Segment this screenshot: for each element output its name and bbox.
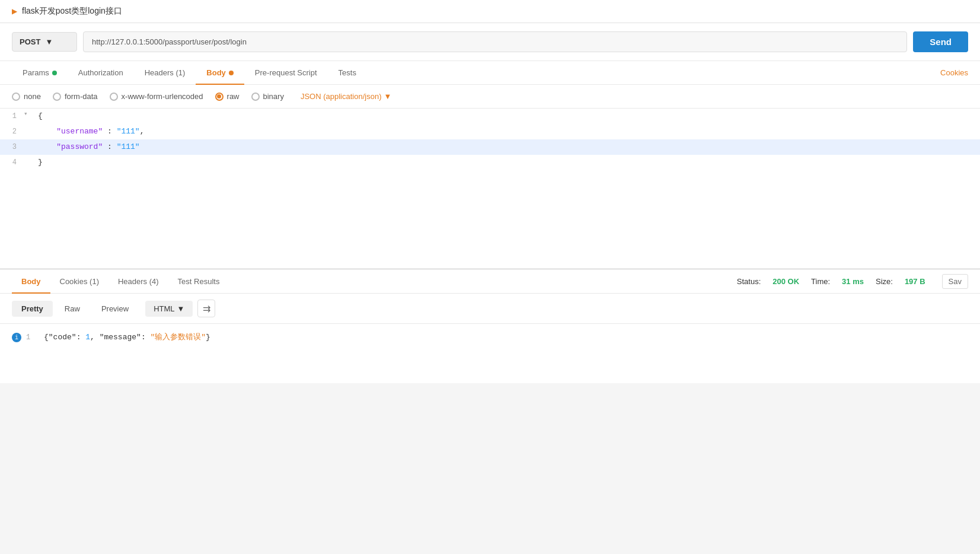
method-dropdown-icon: ▼ bbox=[45, 37, 53, 46]
format-type-dropdown-icon: ▼ bbox=[177, 304, 185, 313]
radio-form-data[interactable]: form-data bbox=[53, 92, 98, 101]
info-icon: i bbox=[12, 333, 21, 342]
tab-tests[interactable]: Tests bbox=[328, 61, 367, 84]
line-content-3: "password" : "111" bbox=[36, 141, 142, 154]
line-collapse-1[interactable]: ▾ bbox=[24, 110, 36, 117]
response-tab-cookies[interactable]: Cookies (1) bbox=[50, 270, 108, 293]
tab-headers-label: Headers (1) bbox=[145, 68, 186, 77]
response-tab-test-results[interactable]: Test Results bbox=[168, 270, 229, 293]
radio-raw-label: raw bbox=[227, 92, 240, 101]
tab-cookies[interactable]: Cookies bbox=[930, 61, 968, 84]
response-tabs-row: Body Cookies (1) Headers (4) Test Result… bbox=[0, 270, 980, 294]
radio-none-label: none bbox=[24, 92, 41, 101]
response-tab-body-label: Body bbox=[21, 277, 41, 286]
status-info: Status: 200 OK Time: 31 ms Size: 197 B S… bbox=[737, 274, 968, 289]
code-line-1: 1 ▾ { bbox=[0, 109, 980, 124]
radio-binary[interactable]: binary bbox=[251, 92, 284, 101]
time-value: 31 ms bbox=[842, 277, 864, 286]
line-num-4: 4 bbox=[0, 156, 24, 169]
tab-headers[interactable]: Headers (1) bbox=[134, 61, 196, 84]
line-num-2: 2 bbox=[0, 125, 24, 138]
response-format-bar: Pretty Raw Preview HTML ▼ ⇉ bbox=[0, 294, 980, 324]
save-button-partial[interactable]: Sav bbox=[942, 274, 968, 289]
json-value-password: "111" bbox=[117, 142, 140, 151]
tab-body[interactable]: Body bbox=[196, 61, 244, 84]
json-key-password: "password" bbox=[38, 142, 103, 151]
format-raw-button[interactable]: Raw bbox=[55, 301, 90, 317]
code-line-2: 2 "username" : "111", bbox=[0, 124, 980, 139]
method-select[interactable]: POST ▼ bbox=[12, 32, 77, 52]
collapse-icon[interactable]: ▶ bbox=[12, 7, 17, 15]
tab-body-label: Body bbox=[206, 68, 226, 77]
radio-none-circle bbox=[12, 93, 20, 101]
radio-raw[interactable]: raw bbox=[215, 92, 240, 101]
resp-val-message: "输入参数错误" bbox=[150, 333, 206, 342]
resp-key-message: "message" bbox=[100, 333, 141, 342]
response-tab-cookies-label: Cookies (1) bbox=[60, 277, 99, 286]
format-type-label: HTML bbox=[154, 304, 174, 313]
send-button[interactable]: Send bbox=[913, 31, 968, 52]
json-value-username: "111" bbox=[117, 127, 140, 136]
wrap-button[interactable]: ⇉ bbox=[197, 300, 215, 317]
request-tabs-row: Params Authorization Headers (1) Body Pr… bbox=[0, 61, 980, 85]
resp-val-code: 1 bbox=[85, 333, 90, 342]
params-dot bbox=[52, 71, 57, 75]
code-editor[interactable]: 1 ▾ { 2 "username" : "111", 3 "password"… bbox=[0, 109, 980, 269]
tab-authorization[interactable]: Authorization bbox=[68, 61, 134, 84]
json-comma-1: , bbox=[140, 127, 145, 136]
resp-key-code: "code" bbox=[49, 333, 76, 342]
radio-none[interactable]: none bbox=[12, 92, 41, 101]
status-label: Status: bbox=[737, 277, 761, 286]
size-value: 197 B bbox=[905, 277, 925, 286]
line-num-1: 1 bbox=[0, 110, 24, 123]
radio-urlencoded[interactable]: x-www-form-urlencoded bbox=[110, 92, 203, 101]
top-bar: ▶ flask开发post类型login接口 bbox=[0, 0, 980, 23]
response-tab-headers-label: Headers (4) bbox=[118, 277, 159, 286]
radio-urlencoded-circle bbox=[110, 93, 118, 101]
radio-form-data-label: form-data bbox=[65, 92, 98, 101]
time-label: Time: bbox=[811, 277, 830, 286]
radio-binary-circle bbox=[251, 93, 260, 101]
tab-params-label: Params bbox=[23, 68, 49, 77]
line-content-4: } bbox=[36, 156, 45, 169]
response-tab-body[interactable]: Body bbox=[12, 270, 50, 293]
line-content-2: "username" : "111", bbox=[36, 125, 146, 138]
json-key-username: "username" bbox=[38, 127, 103, 136]
body-options-row: none form-data x-www-form-urlencoded raw… bbox=[0, 85, 980, 109]
response-tab-test-results-label: Test Results bbox=[178, 277, 220, 286]
response-line-1: i 1 {"code": 1, "message": "输入参数错误"} bbox=[12, 330, 968, 345]
tab-authorization-label: Authorization bbox=[78, 68, 123, 77]
wrap-icon: ⇉ bbox=[203, 303, 210, 314]
resp-line-num: 1 bbox=[26, 331, 44, 344]
json-format-select[interactable]: JSON (application/json) ▼ bbox=[301, 92, 391, 101]
response-body-area: i 1 {"code": 1, "message": "输入参数错误"} bbox=[0, 324, 980, 383]
code-line-3: 3 "password" : "111" bbox=[0, 139, 980, 155]
response-section: Body Cookies (1) Headers (4) Test Result… bbox=[0, 269, 980, 383]
tab-tests-label: Tests bbox=[339, 68, 356, 77]
request-title: flask开发post类型login接口 bbox=[22, 6, 122, 17]
json-colon-1: : bbox=[107, 127, 117, 136]
json-colon-2: : bbox=[107, 142, 117, 151]
radio-raw-circle bbox=[215, 93, 224, 101]
line-num-3: 3 bbox=[0, 141, 24, 154]
code-line-4: 4 } bbox=[0, 155, 980, 170]
request-bar: POST ▼ Send bbox=[0, 23, 980, 61]
url-input[interactable] bbox=[83, 31, 907, 52]
radio-urlencoded-label: x-www-form-urlencoded bbox=[122, 92, 203, 101]
json-format-label: JSON (application/json) bbox=[301, 92, 382, 101]
body-dot bbox=[229, 71, 234, 75]
format-pretty-button[interactable]: Pretty bbox=[12, 301, 53, 317]
tab-pre-request-label: Pre-request Script bbox=[255, 68, 317, 77]
tab-cookies-label: Cookies bbox=[940, 68, 968, 77]
response-tab-headers[interactable]: Headers (4) bbox=[108, 270, 168, 293]
format-type-select[interactable]: HTML ▼ bbox=[145, 301, 193, 317]
json-format-dropdown-icon: ▼ bbox=[384, 92, 391, 101]
tab-pre-request[interactable]: Pre-request Script bbox=[244, 61, 328, 84]
format-preview-button[interactable]: Preview bbox=[92, 301, 138, 317]
line-content-1: { bbox=[36, 110, 45, 123]
status-value: 200 OK bbox=[772, 277, 799, 286]
method-label: POST bbox=[20, 37, 40, 46]
tab-params[interactable]: Params bbox=[12, 61, 68, 84]
radio-form-data-circle bbox=[53, 93, 61, 101]
size-label: Size: bbox=[876, 277, 893, 286]
